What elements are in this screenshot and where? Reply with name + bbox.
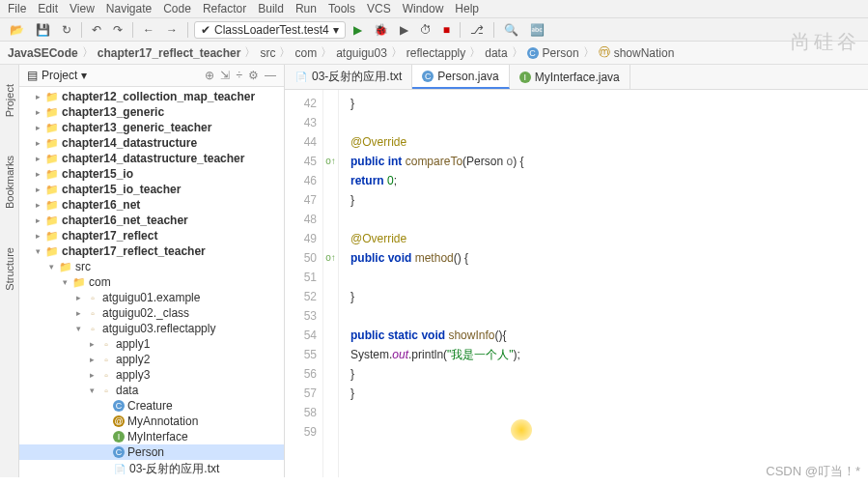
tree-node[interactable]: apply1	[19, 336, 284, 352]
tree-node[interactable]: data	[19, 383, 284, 398]
tree-node[interactable]: Person	[19, 444, 284, 460]
undo-icon[interactable]: ↶	[88, 21, 105, 39]
tree-node[interactable]: chapter13_generic_teacher	[19, 120, 284, 135]
breadcrumb-item[interactable]: com	[294, 46, 317, 60]
save-icon[interactable]: 💾	[32, 21, 54, 39]
chevron-down-icon[interactable]: ▾	[81, 69, 87, 82]
tree-arrow[interactable]	[46, 262, 56, 272]
tree-node[interactable]: chapter17_reflect	[19, 228, 284, 243]
tree-node[interactable]: chapter13_generic	[19, 104, 284, 120]
tree-arrow[interactable]	[87, 355, 97, 364]
menu-window[interactable]: Window	[403, 2, 444, 15]
tree-arrow[interactable]	[33, 169, 42, 179]
editor-tab[interactable]: MyInterface.java	[510, 65, 630, 89]
tree-node[interactable]: chapter14_datastructure_teacher	[19, 151, 284, 166]
tree-node[interactable]: 03-反射的应用.txt	[19, 460, 284, 477]
tree-arrow[interactable]	[33, 123, 42, 132]
tree-node[interactable]: src	[19, 259, 284, 274]
hide-icon[interactable]: —	[265, 69, 276, 82]
collapse-icon[interactable]: ÷	[236, 69, 242, 82]
tree-node[interactable]: atguigu02._class	[19, 305, 284, 321]
rail-bookmarks[interactable]: Bookmarks	[4, 156, 15, 209]
vcs-icon[interactable]: ⎇	[466, 21, 488, 39]
tree-node[interactable]: chapter14_datastructure	[19, 135, 284, 151]
rail-project[interactable]: Project	[4, 84, 15, 117]
menu-tools[interactable]: Tools	[328, 2, 355, 15]
gutter-override-icon[interactable]: o↑	[323, 152, 338, 171]
rail-structure[interactable]: Structure	[4, 247, 15, 291]
project-tree[interactable]: chapter12_collection_map_teacherchapter1…	[19, 87, 284, 477]
stop-icon[interactable]: ■	[439, 21, 454, 39]
breadcrumb-item[interactable]: data	[485, 46, 507, 60]
breadcrumb-item[interactable]: showNation	[614, 46, 675, 60]
profile-icon[interactable]: ⏱	[416, 21, 435, 39]
tree-arrow[interactable]	[33, 215, 42, 225]
tree-arrow[interactable]	[73, 293, 83, 302]
breadcrumb-item[interactable]: Person	[543, 46, 579, 60]
gutter-override-icon[interactable]: o↑	[323, 248, 338, 268]
tree-node[interactable]: Creature	[19, 398, 284, 414]
tree-node[interactable]: chapter16_net_teacher	[19, 213, 284, 228]
tree-node[interactable]: atguigu03.reflectapply	[19, 321, 284, 336]
breadcrumb-item[interactable]: src	[260, 46, 275, 60]
tree-arrow[interactable]	[87, 339, 97, 349]
tree-arrow[interactable]	[33, 185, 42, 194]
tree-arrow[interactable]	[33, 107, 42, 117]
tree-arrow[interactable]	[33, 154, 42, 163]
breadcrumb-item[interactable]: reflectapply	[406, 46, 465, 60]
tree-arrow[interactable]	[87, 386, 97, 395]
code-content[interactable]: } @Override public int compareTo(Person …	[339, 90, 868, 477]
menu-view[interactable]: View	[70, 2, 95, 15]
tree-node[interactable]: MyInterface	[19, 429, 284, 444]
tree-node[interactable]: com	[19, 274, 284, 290]
forward-icon[interactable]: →	[162, 21, 182, 39]
refresh-icon[interactable]: ↻	[58, 21, 75, 39]
menu-run[interactable]: Run	[295, 2, 317, 15]
tree-node[interactable]: chapter12_collection_map_teacher	[19, 89, 284, 104]
menu-refactor[interactable]: Refactor	[203, 2, 246, 15]
back-icon[interactable]: ←	[139, 21, 158, 39]
tree-arrow[interactable]	[33, 246, 42, 256]
tree-arrow[interactable]	[73, 308, 83, 318]
coverage-icon[interactable]: ▶	[396, 21, 412, 39]
expand-icon[interactable]: ⇲	[220, 69, 230, 82]
run-icon[interactable]: ▶	[350, 21, 366, 39]
open-icon[interactable]: 📂	[6, 21, 28, 39]
tree-node[interactable]: apply2	[19, 352, 284, 367]
translate-icon[interactable]: 🔤	[526, 21, 548, 39]
code-editor[interactable]: 424344454647484950515253545556575859 o↑o…	[285, 90, 868, 477]
tree-node[interactable]: chapter17_reflect_teacher	[19, 243, 284, 259]
menu-code[interactable]: Code	[163, 2, 191, 15]
tree-node[interactable]: chapter15_io	[19, 166, 284, 182]
menu-help[interactable]: Help	[455, 2, 479, 15]
tree-arrow[interactable]	[87, 370, 97, 380]
editor-tab[interactable]: 03-反射的应用.txt	[285, 65, 412, 89]
tree-arrow[interactable]	[73, 324, 83, 333]
tree-node[interactable]: chapter15_io_teacher	[19, 182, 284, 197]
tree-arrow[interactable]	[60, 277, 70, 287]
gear-icon[interactable]: ⚙	[248, 69, 259, 82]
tree-node[interactable]: chapter16_net	[19, 197, 284, 213]
tree-arrow[interactable]	[33, 138, 42, 148]
run-config-selector[interactable]: ✔ ClassLoaderTest.test4 ▾	[194, 21, 346, 39]
breadcrumb-item[interactable]: JavaSECode	[8, 46, 78, 60]
search-icon[interactable]: 🔍	[500, 21, 522, 39]
menu-vcs[interactable]: VCS	[367, 2, 391, 15]
breadcrumb-item[interactable]: chapter17_reflect_teacher	[98, 46, 241, 60]
menu-navigate[interactable]: Navigate	[106, 2, 152, 15]
menu-edit[interactable]: Edit	[38, 2, 58, 15]
menu-file[interactable]: File	[8, 2, 26, 15]
tree-node[interactable]: apply3	[19, 367, 284, 383]
tree-arrow[interactable]	[33, 92, 42, 101]
tree-node[interactable]: atguigu01.example	[19, 290, 284, 305]
chevron-down-icon: ▾	[333, 23, 339, 37]
breadcrumb-item[interactable]: atguigu03	[336, 46, 387, 60]
redo-icon[interactable]: ↷	[109, 21, 126, 39]
tree-arrow[interactable]	[33, 231, 42, 241]
debug-icon[interactable]: 🐞	[370, 21, 392, 39]
tree-node[interactable]: MyAnnotation	[19, 414, 284, 429]
menu-build[interactable]: Build	[258, 2, 284, 15]
tree-arrow[interactable]	[33, 200, 42, 210]
locate-icon[interactable]: ⊕	[205, 69, 214, 82]
editor-tab[interactable]: Person.java	[412, 65, 509, 89]
